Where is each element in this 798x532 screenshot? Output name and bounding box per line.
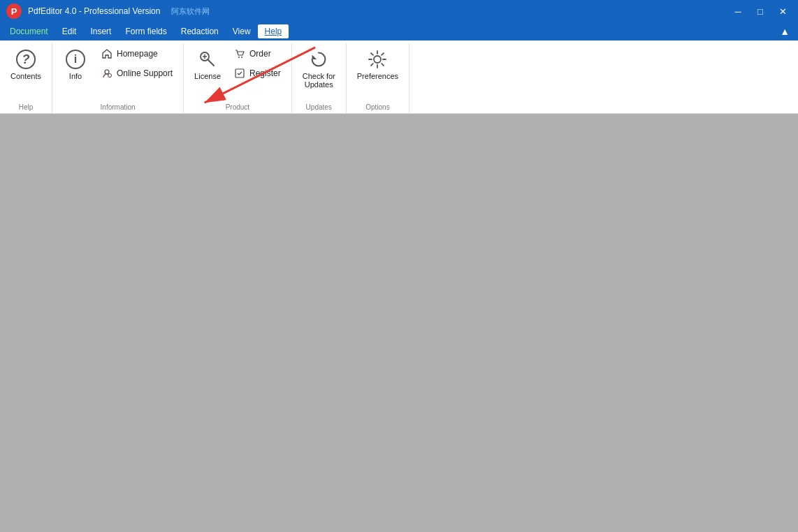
watermark-text: 阿东软件网 bbox=[171, 6, 210, 17]
ribbon-group-options: Preferences Options bbox=[347, 43, 409, 113]
window-controls: ─ □ ✕ bbox=[728, 4, 792, 18]
info-label: Info bbox=[69, 72, 82, 80]
group-help-label: Help bbox=[6, 102, 46, 113]
menu-redaction[interactable]: Redaction bbox=[174, 24, 226, 38]
register-icon bbox=[233, 67, 246, 80]
info-icon: i bbox=[64, 48, 87, 71]
ribbon: ? Contents Help i Info bbox=[0, 40, 798, 114]
svg-text:P: P bbox=[11, 6, 17, 17]
title-bar: P PdfEditor 4.0 - Professional Version 阿… bbox=[0, 0, 798, 22]
maximize-button[interactable]: □ bbox=[750, 4, 770, 18]
close-button[interactable]: ✕ bbox=[773, 4, 792, 18]
license-icon bbox=[196, 48, 219, 71]
svg-point-6 bbox=[241, 57, 242, 58]
contents-button[interactable]: ? Contents bbox=[6, 45, 46, 84]
menu-document[interactable]: Document bbox=[3, 24, 55, 38]
homepage-icon bbox=[101, 47, 113, 60]
check-updates-icon bbox=[307, 48, 330, 71]
menu-bar: Document Edit Insert Form fields Redacti… bbox=[0, 22, 798, 40]
preferences-button[interactable]: Preferences bbox=[352, 45, 403, 84]
group-updates-label: Updates bbox=[298, 102, 340, 113]
order-label: Order bbox=[249, 49, 271, 59]
online-support-icon bbox=[101, 67, 113, 80]
preferences-label: Preferences bbox=[357, 72, 398, 80]
svg-marker-8 bbox=[312, 54, 317, 59]
ribbon-group-updates: Check for Updates Updates bbox=[292, 43, 347, 113]
svg-point-5 bbox=[238, 57, 240, 58]
online-support-button[interactable]: Online Support bbox=[96, 64, 177, 82]
svg-point-9 bbox=[374, 56, 381, 63]
menu-insert[interactable]: Insert bbox=[83, 24, 118, 38]
contents-icon: ? bbox=[15, 48, 37, 71]
license-button[interactable]: License bbox=[189, 45, 226, 84]
ribbon-group-help: ? Contents Help bbox=[0, 43, 52, 113]
menu-help[interactable]: Help bbox=[258, 24, 289, 38]
ribbon-collapse-button[interactable]: ▲ bbox=[774, 24, 795, 39]
contents-label: Contents bbox=[10, 72, 41, 80]
register-button[interactable]: Register bbox=[228, 64, 286, 82]
menu-formfields[interactable]: Form fields bbox=[118, 24, 173, 38]
ribbon-group-product: License Order bbox=[184, 43, 292, 113]
license-label: License bbox=[194, 72, 221, 80]
order-icon bbox=[233, 47, 246, 60]
app-title: PdfEditor 4.0 - Professional Version bbox=[28, 6, 160, 16]
register-label: Register bbox=[249, 68, 281, 78]
group-information-label: Information bbox=[58, 102, 177, 113]
check-updates-label: Check for Updates bbox=[303, 72, 335, 89]
info-button[interactable]: i Info bbox=[58, 45, 93, 84]
svg-point-2 bbox=[105, 70, 109, 74]
menu-edit[interactable]: Edit bbox=[55, 24, 84, 38]
order-button[interactable]: Order bbox=[228, 45, 286, 63]
app-logo-icon: P bbox=[6, 3, 22, 20]
preferences-icon bbox=[366, 48, 389, 71]
svg-rect-7 bbox=[235, 69, 244, 77]
group-product-label: Product bbox=[189, 102, 286, 113]
online-support-label: Online Support bbox=[117, 68, 173, 78]
homepage-label: Homepage bbox=[117, 49, 158, 59]
menu-view[interactable]: View bbox=[226, 24, 258, 38]
ribbon-group-information: i Info Homepage bbox=[52, 43, 184, 113]
group-options-label: Options bbox=[352, 102, 403, 113]
homepage-button[interactable]: Homepage bbox=[96, 45, 177, 63]
minimize-button[interactable]: ─ bbox=[728, 4, 748, 18]
check-updates-button[interactable]: Check for Updates bbox=[298, 45, 340, 92]
content-area bbox=[0, 114, 798, 532]
svg-point-3 bbox=[108, 74, 112, 77]
